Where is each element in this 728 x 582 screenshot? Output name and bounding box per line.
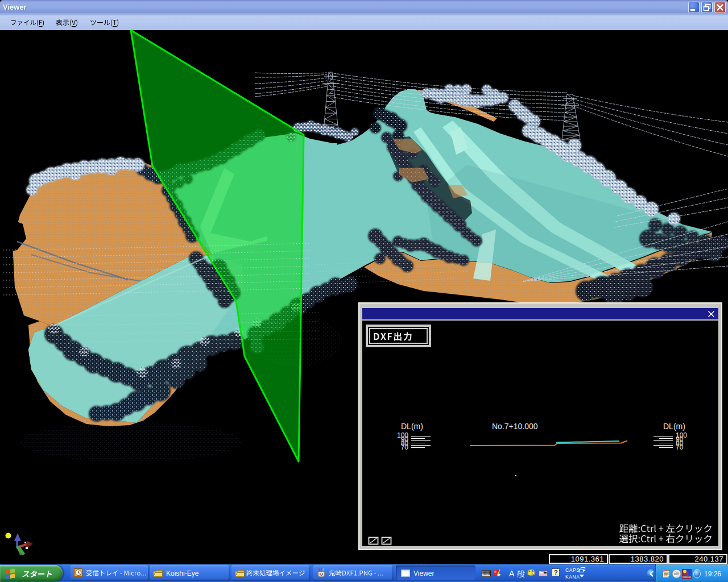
svg-text:A: A	[509, 569, 515, 578]
svg-text:Koishi-Eye: Koishi-Eye	[166, 569, 199, 577]
svg-text:DL(m): DL(m)	[401, 422, 423, 431]
svg-text:DL(m): DL(m)	[663, 422, 685, 431]
svg-text:KANA: KANA	[565, 574, 580, 580]
svg-text:70: 70	[676, 443, 684, 451]
svg-text:Viewer: Viewer	[413, 569, 434, 577]
svg-text:No.7+10.000: No.7+10.000	[492, 422, 538, 431]
svg-text:70: 70	[401, 443, 409, 451]
svg-text:CAPS: CAPS	[565, 567, 580, 573]
svg-text:?: ?	[554, 569, 558, 576]
